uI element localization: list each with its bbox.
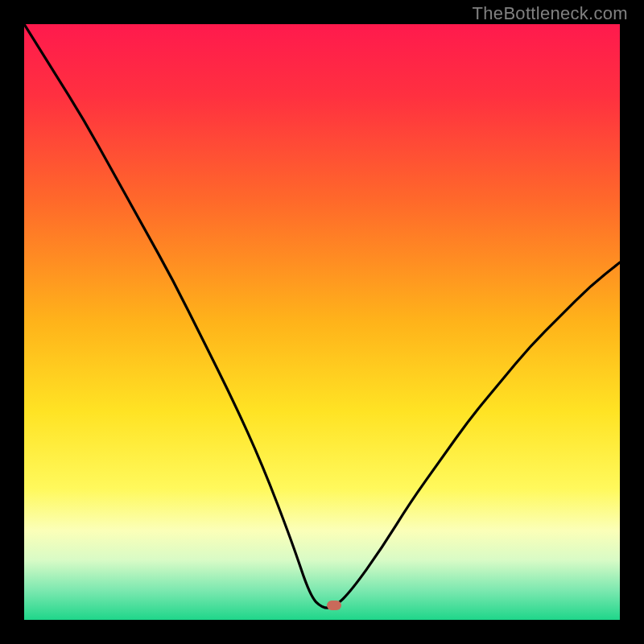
curve-path: [24, 24, 620, 608]
optimum-marker: [327, 601, 341, 610]
bottleneck-curve: [24, 24, 620, 620]
chart-frame: TheBottleneck.com: [0, 0, 644, 644]
watermark-text: TheBottleneck.com: [473, 3, 628, 24]
plot-area: [24, 24, 620, 620]
